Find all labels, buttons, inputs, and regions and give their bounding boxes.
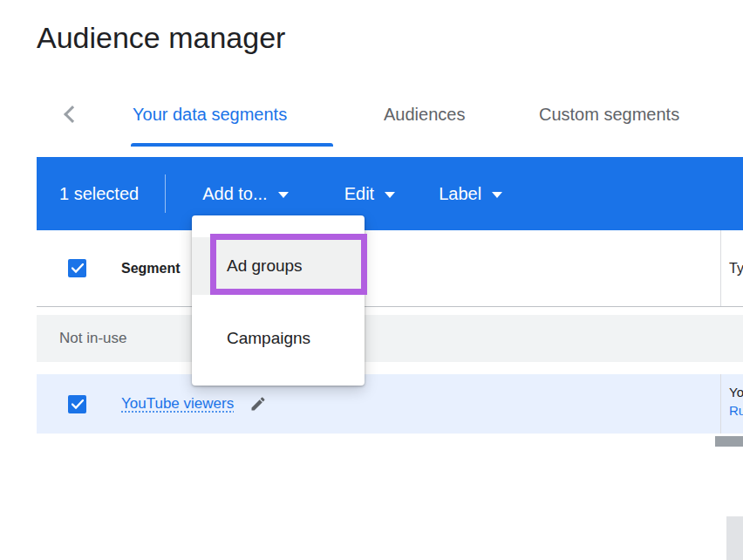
type-column-cell: Ty xyxy=(720,230,743,306)
row-type-line1: Yo xyxy=(729,383,743,401)
caret-down-icon xyxy=(492,192,502,198)
type-column-header: Ty xyxy=(729,261,743,277)
section-row-not-in-use: Not in-use xyxy=(37,315,743,362)
add-to-menu-button[interactable]: Add to... xyxy=(202,184,289,204)
label-menu-button[interactable]: Label xyxy=(439,184,502,204)
section-label: Not in-use xyxy=(59,330,126,347)
segment-name-link[interactable]: YouTube viewers xyxy=(121,395,234,413)
menu-item-campaigns[interactable]: Campaigns xyxy=(192,310,365,367)
active-tab-indicator xyxy=(131,143,333,147)
caret-down-icon xyxy=(278,192,289,198)
selection-action-bar: 1 selected Add to... Edit Label xyxy=(37,157,743,230)
bottom-right-panel-edge xyxy=(726,516,743,560)
row-type-cell: Yo Ru xyxy=(720,374,743,434)
table-row[interactable]: YouTube viewers Yo Ru xyxy=(37,374,743,434)
edit-menu-label: Edit xyxy=(344,184,374,204)
caret-down-icon xyxy=(385,192,395,198)
horizontal-scrollbar-thumb[interactable] xyxy=(715,436,743,447)
tab-your-data-segments[interactable]: Your data segments xyxy=(133,105,287,125)
tab-custom-segments[interactable]: Custom segments xyxy=(539,105,679,125)
segment-column-header: Segment xyxy=(121,261,181,277)
checkmark-icon xyxy=(72,263,84,273)
selection-count: 1 selected xyxy=(59,184,139,204)
chevron-left-icon[interactable] xyxy=(64,106,81,123)
edit-menu-button[interactable]: Edit xyxy=(344,184,395,204)
table-header-row: Segment Ty xyxy=(37,230,743,307)
action-bar-divider xyxy=(165,174,166,213)
row-type-line2[interactable]: Ru xyxy=(729,401,743,420)
add-to-menu-label: Add to... xyxy=(202,184,268,204)
add-to-dropdown-menu: Ad groups Campaigns xyxy=(192,215,365,386)
menu-item-ad-groups[interactable]: Ad groups xyxy=(192,237,365,295)
edit-pencil-icon[interactable] xyxy=(249,395,267,413)
label-menu-label: Label xyxy=(439,184,481,204)
tab-audiences[interactable]: Audiences xyxy=(384,105,465,125)
checkmark-icon xyxy=(72,400,84,409)
audience-manager-page: Audience manager Your data segments Audi… xyxy=(0,0,743,560)
page-title: Audience manager xyxy=(37,21,285,55)
row-checkbox[interactable] xyxy=(68,395,86,413)
select-all-checkbox[interactable] xyxy=(68,259,86,277)
